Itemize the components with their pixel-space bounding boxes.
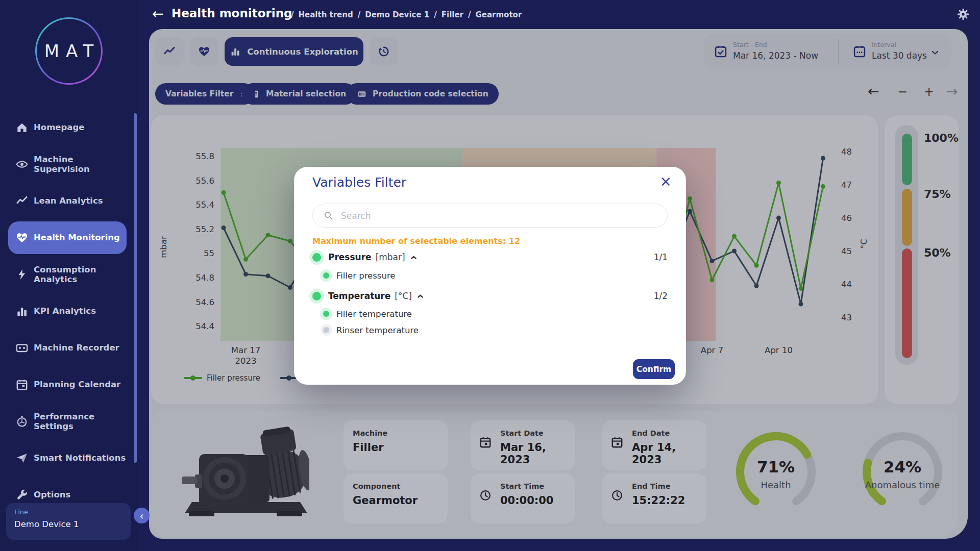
- sidebar-item-planning-calendar[interactable]: Planning Calendar: [0, 368, 138, 401]
- variable-label: Filler temperature: [336, 309, 412, 319]
- breadcrumb: / Health trend / Demo Device 1 / Filler …: [291, 10, 522, 19]
- sidebar-item-health-monitoring[interactable]: Health Monitoring: [0, 221, 138, 254]
- close-icon[interactable]: ×: [660, 173, 672, 190]
- brand-logo: MAT: [35, 17, 103, 85]
- settings-gear-icon[interactable]: [957, 8, 970, 21]
- sidebar-item-label: Smart Notifications: [34, 453, 131, 463]
- breadcrumb-separator: /: [358, 10, 360, 19]
- breadcrumb-separator: /: [468, 10, 471, 19]
- group-unit: [mbar]: [376, 252, 405, 262]
- chevron-up-icon[interactable]: [416, 292, 425, 300]
- breadcrumb-separator: /: [434, 10, 436, 19]
- group-name: Temperature: [328, 291, 390, 301]
- sidebar-item-homepage[interactable]: Homepage: [0, 111, 138, 144]
- selection-dot[interactable]: [312, 253, 321, 262]
- group-row-pressure[interactable]: Pressure [mbar] 1/1: [312, 249, 668, 265]
- sidebar-item-label: KPI Analytics: [34, 306, 131, 316]
- line-selector-card[interactable]: Line Demo Device 1: [6, 503, 131, 540]
- sidebar-item-label: Health Monitoring: [34, 233, 131, 242]
- header: ← Health monitoring / Health trend / Dem…: [138, 0, 980, 29]
- sidebar-collapse-button[interactable]: ‹: [134, 508, 150, 523]
- heart-icon: [15, 231, 29, 244]
- cassette-icon: [15, 341, 29, 355]
- selection-dot[interactable]: [323, 311, 329, 317]
- sidebar-item-label: Options: [34, 490, 131, 499]
- wrench-icon: [15, 488, 29, 502]
- group-unit: [°C]: [395, 291, 412, 301]
- calendar-icon: [15, 378, 29, 391]
- variable-row-filler-pressure[interactable]: Filler pressure: [312, 268, 668, 283]
- line-value: Demo Device 1: [14, 519, 122, 529]
- home-icon: [15, 121, 29, 134]
- variable-row-rinser-temperature[interactable]: Rinser temperature: [312, 322, 668, 338]
- variables-filter-modal: Variables Filter × Maximum number of sel…: [294, 167, 686, 385]
- sidebar-item-label: Machine Supervision: [34, 155, 131, 174]
- sidebar-item-label: Planning Calendar: [34, 380, 131, 389]
- search-input[interactable]: [340, 210, 657, 221]
- breadcrumb-separator: /: [291, 10, 293, 19]
- search-icon: [323, 210, 334, 221]
- sidebar-item-smart-notifications[interactable]: Smart Notifications: [0, 442, 138, 474]
- back-button[interactable]: ←: [152, 6, 164, 21]
- sidebar-item-machine-recorder[interactable]: Machine Recorder: [0, 332, 138, 364]
- chevron-up-icon[interactable]: [409, 253, 418, 262]
- brand-logo-text: MAT: [38, 41, 101, 61]
- eye-icon: [15, 158, 29, 171]
- group-name: Pressure: [328, 252, 372, 262]
- variable-label: Filler pressure: [336, 271, 396, 281]
- bar-chart-icon: [15, 305, 29, 318]
- bolt-icon: [15, 268, 29, 281]
- sidebar-item-kpi-analytics[interactable]: KPI Analytics: [0, 295, 138, 328]
- max-selectable-note: Maximum number of selectable elements: 1…: [312, 236, 520, 246]
- breadcrumb-item[interactable]: Health trend: [298, 10, 353, 19]
- group-count: 1/1: [654, 252, 668, 262]
- line-label: Line: [14, 508, 122, 516]
- app-screen: ← Health monitoring / Health trend / Dem…: [0, 0, 980, 551]
- sidebar: MAT Homepage Machine Supervision Lean An…: [0, 0, 138, 551]
- paper-plane-icon: [15, 452, 29, 465]
- trend-icon: [15, 194, 29, 208]
- breadcrumb-item[interactable]: Gearmotor: [475, 10, 522, 19]
- variable-row-filler-temperature[interactable]: Filler temperature: [312, 306, 668, 321]
- selection-dot[interactable]: [323, 327, 329, 333]
- sidebar-item-lean-analytics[interactable]: Lean Analytics: [0, 185, 138, 217]
- group-row-temperature[interactable]: Temperature [°C] 1/2: [312, 288, 668, 304]
- variable-label: Rinser temperature: [336, 325, 419, 335]
- group-count: 1/2: [654, 291, 668, 301]
- confirm-button[interactable]: Confirm: [633, 359, 675, 379]
- sidebar-item-performance-settings[interactable]: Performance Settings: [0, 405, 138, 438]
- selection-dot[interactable]: [312, 292, 321, 300]
- selection-dot[interactable]: [323, 272, 329, 279]
- sidebar-item-consumption-analytics[interactable]: Consumption Analytics: [0, 258, 138, 291]
- search-box: [312, 204, 668, 228]
- page-title: Health monitoring: [172, 7, 292, 20]
- breadcrumb-item[interactable]: Demo Device 1: [365, 10, 429, 19]
- modal-title: Variables Filter: [312, 175, 406, 190]
- sidebar-item-label: Machine Recorder: [34, 343, 131, 353]
- sidebar-item-label: Performance Settings: [34, 412, 131, 432]
- sidebar-scrollbar[interactable]: [134, 113, 137, 463]
- stopwatch-icon: [15, 415, 29, 428]
- sidebar-item-label: Homepage: [34, 122, 131, 132]
- sidebar-item-machine-supervision[interactable]: Machine Supervision: [0, 148, 138, 181]
- sidebar-item-label: Consumption Analytics: [34, 265, 131, 285]
- breadcrumb-item[interactable]: Filler: [442, 10, 463, 19]
- sidebar-item-label: Lean Analytics: [34, 196, 131, 206]
- chevron-left-icon: ‹: [140, 510, 144, 521]
